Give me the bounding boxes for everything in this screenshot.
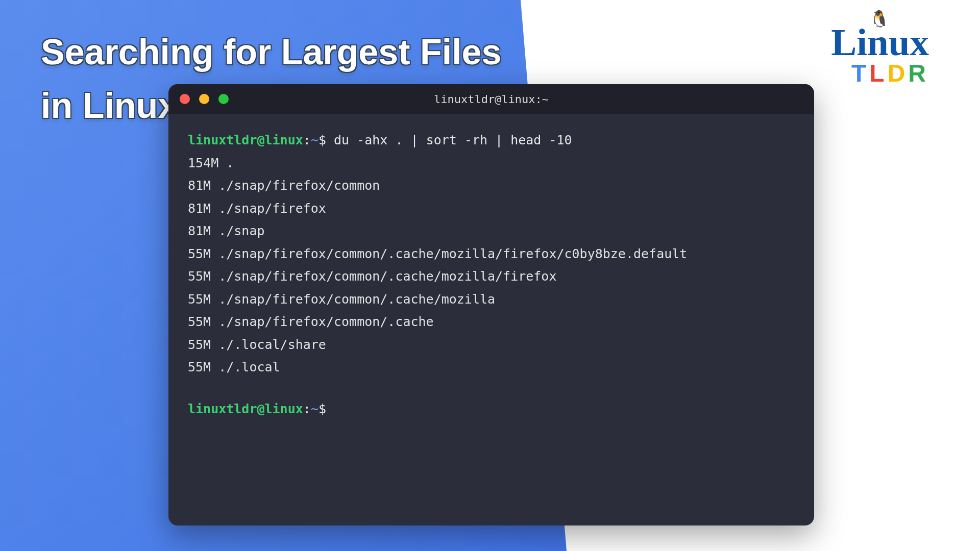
prompt-dollar: $: [318, 402, 326, 416]
terminal-window: linuxtldr@linux:~ linuxtldr@linux:~$ du …: [168, 84, 814, 525]
output-line: 55M ./.local: [188, 356, 795, 379]
output-line: 55M ./snap/firefox/common/.cache: [188, 311, 795, 334]
blank-line: [188, 379, 795, 398]
title-line-1: Searching for Largest Files: [41, 26, 501, 79]
terminal-line-prompt: linuxtldr@linux:~$: [188, 398, 795, 421]
output-line: 55M ./snap/firefox/common/.cache/mozilla: [188, 288, 795, 311]
prompt-user: linuxtldr@linux: [188, 402, 303, 416]
output-line: 154M .: [188, 152, 795, 175]
output-line: 81M ./snap/firefox: [188, 197, 795, 220]
terminal-line-command: linuxtldr@linux:~$ du -ahx . | sort -rh …: [188, 129, 795, 152]
terminal-body[interactable]: linuxtldr@linux:~$ du -ahx . | sort -rh …: [168, 114, 814, 436]
output-line: 55M ./snap/firefox/common/.cache/mozilla…: [188, 265, 795, 288]
prompt-user: linuxtldr@linux: [188, 133, 303, 147]
command-text: du -ahx . | sort -rh | head -10: [334, 133, 572, 147]
prompt-path: ~: [311, 133, 318, 147]
output-line: 81M ./snap: [188, 220, 795, 243]
page-canvas: Searching for Largest Files in Linux 🐧 L…: [0, 0, 980, 551]
logo-linux-word: 🐧 Linux: [831, 20, 929, 64]
terminal-titlebar: linuxtldr@linux:~: [168, 84, 814, 114]
output-line: 55M ./snap/firefox/common/.cache/mozilla…: [188, 243, 795, 266]
maximize-icon[interactable]: [218, 94, 229, 104]
prompt-colon: :: [303, 133, 311, 147]
close-icon[interactable]: [180, 94, 190, 104]
output-line: 55M ./.local/share: [188, 334, 795, 357]
prompt-path: ~: [311, 402, 318, 416]
output-line: 81M ./snap/firefox/common: [188, 174, 795, 197]
terminal-title-text: linuxtldr@linux:~: [434, 93, 549, 106]
prompt-dollar: $: [318, 133, 326, 147]
window-controls: [180, 94, 229, 104]
brand-logo: 🐧 Linux TLDR: [831, 20, 929, 87]
prompt-colon: :: [303, 402, 311, 416]
minimize-icon[interactable]: [199, 94, 209, 104]
penguin-icon: 🐧: [869, 9, 890, 29]
